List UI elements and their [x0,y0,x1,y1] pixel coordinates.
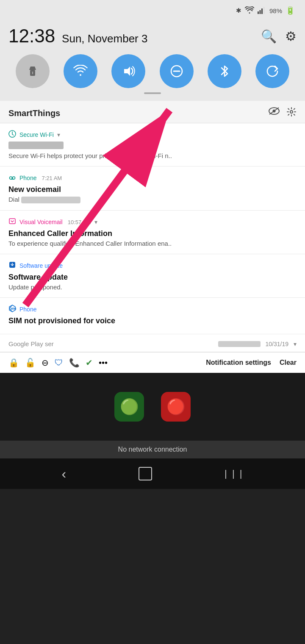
phone-call-icon[interactable]: 📞 [69,358,80,368]
voicemail-title: New voicemail [8,185,297,194]
panel-settings-icon[interactable] [286,107,297,119]
sim-app-icon: MM [8,305,16,314]
sim-title: SIM not provisioned for voice [8,316,297,325]
bg-app-1: 🟢 [114,392,144,422]
visual-voicemail-body: To experience qualified Enhanced Caller … [8,240,297,247]
datetime-row: 12:38 Sun, November 3 🔍 ⚙ [8,25,297,47]
notification-settings-button[interactable]: Notification settings [206,359,271,366]
quick-settings-panel: 12:38 Sun, November 3 🔍 ⚙ [0,21,305,101]
sound-toggle[interactable] [111,54,145,88]
google-play-date: 10/31/19 [266,341,289,347]
battery-percent: 98% [269,7,282,14]
dnd-toggle[interactable] [160,54,194,88]
visual-voicemail-time: 10:57 AM [68,219,91,225]
visual-voicemail-chevron: ▾ [94,219,97,225]
notification-list: Secure Wi-Fi ▾ Secure Wi-Fi helps protec… [0,123,305,352]
checkmark-icon[interactable]: ✔ [86,358,93,368]
software-update-body: Update postponed. [8,283,297,291]
svg-point-12 [10,177,12,179]
svg-point-13 [13,177,15,179]
back-button[interactable]: ‹ [61,466,66,482]
flashlight-toggle[interactable] [16,54,50,88]
home-button[interactable] [139,467,152,480]
network-status-bar: No network connection [0,441,305,458]
dnd-icon[interactable]: ⊖ [42,358,49,368]
unlock-icon[interactable]: 🔓 [25,358,36,368]
phone-app-icon [8,173,16,183]
visual-voicemail-app-name: Visual Voicemail [19,219,63,225]
wifi-icon [245,6,254,15]
phone-voicemail-app-name: Phone [19,175,36,181]
svg-rect-0 [258,11,259,14]
voicemail-body: Dial [8,196,297,203]
svg-text:MM: MM [11,307,16,311]
wifi-toggle[interactable] [64,54,97,88]
battery-icon: 🔋 [286,6,295,15]
notification-secure-wifi[interactable]: Secure Wi-Fi ▾ Secure Wi-Fi helps protec… [0,123,305,167]
google-play-chevron: ▾ [294,341,297,347]
navigation-bar: ‹ | | | [0,458,305,489]
svg-marker-6 [124,67,130,76]
software-update-app-icon [8,261,16,270]
visual-voicemail-title: Enhanced Caller Information [8,229,297,238]
clock-date: Sun, November 3 [62,32,147,45]
google-play-blurred [218,341,261,347]
secure-wifi-chevron: ▾ [57,131,60,138]
status-bar: ✱ 98% 🔋 [0,0,305,21]
recents-button[interactable]: | | | [225,468,243,479]
settings-icon[interactable]: ⚙ [285,29,297,44]
lock-icon[interactable]: 🔒 [8,358,19,368]
network-status-text: No network connection [118,446,187,453]
phone-voicemail-time: 7:21 AM [42,175,62,181]
svg-rect-15 [9,219,15,224]
signal-icon [258,6,266,15]
notification-voicemail[interactable]: Phone 7:21 AM New voicemail Dial [0,167,305,211]
more-icons[interactable]: ••• [99,358,108,368]
search-icon[interactable]: 🔍 [261,29,277,44]
notification-google-play-partial[interactable]: Google Play ser 10/31/19 ▾ [0,334,305,352]
google-play-app-name: Google Play ser [8,340,54,347]
notification-panel-header: SmartThings [0,101,305,123]
bg-app-2: 🔴 [161,392,191,422]
notification-sim[interactable]: MM Phone SIM not provisioned for voice [0,298,305,334]
background-app-area: 🟢 🔴 [0,373,305,441]
status-icons: ✱ 98% 🔋 [236,6,295,15]
panel-bottom-bar: 🔒 🔓 ⊖ 🛡 📞 ✔ ••• Notification settings Cl… [0,352,305,373]
panel-eye-icon[interactable] [269,107,280,119]
svg-rect-1 [259,10,261,14]
voicemail-blurred-number [21,197,80,203]
secure-wifi-app-name: Secure Wi-Fi [19,131,54,138]
bluetooth-icon: ✱ [236,7,241,14]
secure-wifi-body: Secure Wi-Fi helps protect your privacy … [8,152,297,159]
bluetooth-toggle[interactable] [208,54,241,88]
secure-wifi-title-blurred [8,142,297,150]
svg-point-11 [290,111,293,113]
visual-voicemail-app-icon [8,217,16,227]
clock-time: 12:38 [8,25,55,47]
shield-icon[interactable]: 🛡 [55,358,63,368]
software-update-title: Software update [8,273,297,282]
secure-wifi-app-icon [8,130,16,139]
software-update-app-name: Software update [19,262,63,269]
bottom-filter-icons: 🔒 🔓 ⊖ 🛡 📞 ✔ ••• [8,358,201,368]
quick-toggle-row [8,54,297,88]
notification-visual-voicemail[interactable]: Visual Voicemail 10:57 AM ▾ Enhanced Cal… [0,211,305,254]
notification-software-update[interactable]: Software update Software update Update p… [0,254,305,298]
sync-toggle[interactable] [255,54,289,88]
sim-app-name: Phone [19,306,36,313]
clear-button[interactable]: Clear [280,359,297,366]
panel-title: SmartThings [8,108,60,118]
svg-rect-2 [261,8,263,14]
svg-rect-3 [263,7,264,14]
